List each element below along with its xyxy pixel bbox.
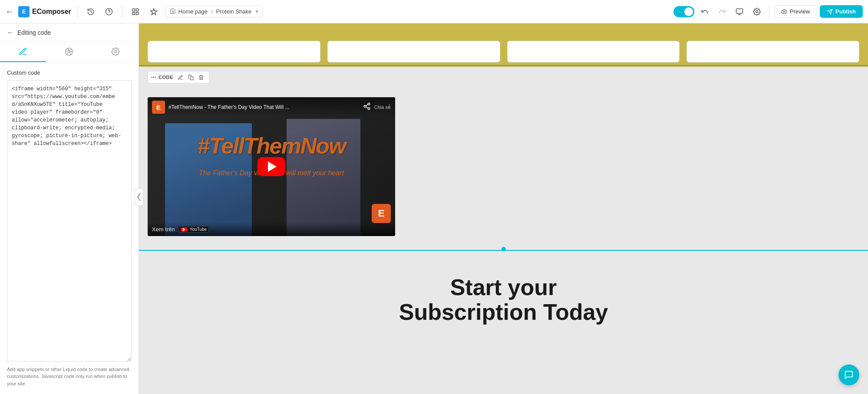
breadcrumb-current: Protein Shake xyxy=(216,8,252,15)
yellow-band xyxy=(139,23,868,67)
card-4 xyxy=(686,41,859,62)
subscription-title-line2: Subscription Today xyxy=(148,300,859,325)
logo-text: EComposer xyxy=(32,8,71,16)
subscription-section: Start your Subscription Today xyxy=(139,249,868,351)
panel-header: ← Editing code xyxy=(0,23,139,42)
divider-1 xyxy=(77,6,78,18)
share-icon[interactable] xyxy=(363,102,371,112)
svg-point-10 xyxy=(783,11,785,13)
e-badge-text: E xyxy=(378,208,385,219)
svg-rect-18 xyxy=(190,76,193,79)
svg-point-9 xyxy=(756,10,758,13)
chevron-down-icon: ▾ xyxy=(256,9,258,14)
video-bottom-bar: Xem trên YouTube xyxy=(148,223,395,236)
svg-point-17 xyxy=(155,77,156,77)
svg-point-20 xyxy=(364,105,366,107)
youtube-pill: YouTube xyxy=(178,226,209,233)
svg-point-19 xyxy=(368,103,370,105)
play-button[interactable] xyxy=(257,157,285,176)
logo-icon: E xyxy=(18,6,30,17)
publish-button[interactable]: Publish xyxy=(820,5,863,18)
svg-rect-6 xyxy=(736,9,743,13)
code-section: CODE #TellThemNow xyxy=(139,67,868,249)
svg-point-15 xyxy=(153,77,154,77)
divider-2 xyxy=(122,6,122,18)
svg-point-21 xyxy=(368,108,370,110)
top-bar: ← E EComposer Home page > Protein Shake … xyxy=(0,0,868,23)
preview-label: Preview xyxy=(790,8,810,15)
top-bar-right: Preview Publish xyxy=(673,5,863,19)
svg-rect-5 xyxy=(136,12,138,14)
video-hashtag: #TellThemNow xyxy=(197,133,345,159)
magic-button[interactable] xyxy=(147,5,161,19)
grid-button[interactable] xyxy=(129,5,142,19)
tab-edit[interactable] xyxy=(0,42,46,62)
card-2 xyxy=(327,41,500,62)
home-icon xyxy=(170,8,176,15)
help-button[interactable] xyxy=(102,5,116,19)
youtube-icon xyxy=(181,227,188,232)
svg-point-14 xyxy=(114,51,116,53)
subscription-title-line1: Start your xyxy=(148,275,859,300)
logo-letter: E xyxy=(22,8,26,15)
logo: E EComposer xyxy=(18,6,71,17)
video-title: #TellThemNow - The Father's Day Video Th… xyxy=(168,104,360,110)
youtube-text: YouTube xyxy=(190,227,207,232)
video-container[interactable]: #TellThemNow The Father's Day video that… xyxy=(148,97,395,236)
svg-line-23 xyxy=(366,104,368,105)
youtube-e-logo: E xyxy=(152,101,165,114)
code-editor[interactable]: <iframe width="560" height="315" src="ht… xyxy=(7,80,132,361)
subscription-title: Start your Subscription Today xyxy=(148,275,859,325)
panel-title: Editing code xyxy=(17,29,51,36)
left-panel: ← Editing code Custom code <iframe width… xyxy=(0,23,139,394)
divider-3 xyxy=(769,6,769,18)
panel-back-button[interactable]: ← xyxy=(7,29,14,36)
card-row xyxy=(139,41,868,62)
custom-code-label: Custom code xyxy=(7,69,132,76)
code-toolbar-label: CODE xyxy=(158,75,173,80)
breadcrumb-sep: > xyxy=(210,8,214,15)
panel-collapse-button[interactable] xyxy=(135,188,143,206)
back-icon: ← xyxy=(5,7,14,16)
watch-on-label: Xem trên xyxy=(152,226,175,233)
code-toolbar: CODE xyxy=(148,71,209,83)
code-hint: Add app snippets or other Liquid code to… xyxy=(7,366,132,387)
desktop-button[interactable] xyxy=(733,5,746,19)
code-delete-button[interactable] xyxy=(197,72,206,82)
video-thumbnail: #TellThemNow The Father's Day video that… xyxy=(148,97,395,236)
preview-button[interactable]: Preview xyxy=(775,5,816,18)
toggle-knob xyxy=(684,7,693,16)
breadcrumb[interactable]: Home page > Protein Shake ▾ xyxy=(165,6,263,17)
e-logo-text: E xyxy=(156,104,161,111)
tab-settings-panel[interactable] xyxy=(92,42,139,62)
tab-palette[interactable] xyxy=(46,42,92,62)
redo-button[interactable] xyxy=(715,5,729,19)
panel-tabs xyxy=(0,42,139,62)
code-edit-button[interactable] xyxy=(176,72,185,82)
history-button[interactable] xyxy=(84,5,98,19)
canvas-area: CODE #TellThemNow xyxy=(139,23,868,394)
video-top-bar: E #TellThemNow - The Father's Day Video … xyxy=(148,97,395,117)
toggle-switch[interactable] xyxy=(673,6,694,17)
svg-point-16 xyxy=(152,77,152,77)
svg-rect-2 xyxy=(132,9,135,11)
back-button[interactable]: ← xyxy=(5,7,14,16)
svg-rect-4 xyxy=(132,12,135,14)
svg-line-22 xyxy=(366,107,368,108)
main-layout: ← Editing code Custom code <iframe width… xyxy=(0,23,868,394)
resize-handle[interactable] xyxy=(502,247,506,251)
code-copy-button[interactable] xyxy=(186,72,196,82)
settings-button[interactable] xyxy=(750,5,764,19)
svg-rect-3 xyxy=(136,9,138,11)
publish-label: Publish xyxy=(835,8,856,15)
breadcrumb-home: Home page xyxy=(178,8,208,15)
share-label: Chia sẻ xyxy=(374,105,391,110)
video-e-badge: E xyxy=(372,204,391,223)
card-3 xyxy=(507,41,680,62)
chat-bubble-button[interactable] xyxy=(838,364,859,385)
card-1 xyxy=(148,41,320,62)
undo-button[interactable] xyxy=(698,5,712,19)
panel-content: Custom code <iframe width="560" height="… xyxy=(0,62,139,394)
